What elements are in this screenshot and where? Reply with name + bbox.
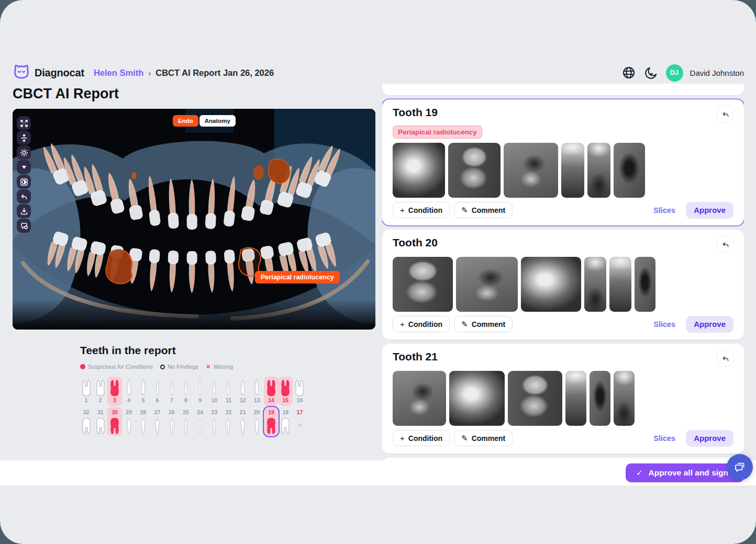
slice-thumbnail[interactable] xyxy=(393,257,453,312)
brightness-button[interactable] xyxy=(17,145,31,160)
tooth-chart-item-19[interactable]: 19 xyxy=(264,407,278,436)
contrast-button[interactable] xyxy=(17,175,31,189)
slice-thumbnail[interactable] xyxy=(584,257,606,312)
card-title: Tooth 20 xyxy=(393,236,438,250)
tooth-chart-item-28[interactable]: 28 xyxy=(136,407,150,436)
slice-thumbnail[interactable] xyxy=(456,257,518,312)
tooth-number: 1 xyxy=(85,397,88,404)
contrast-icon xyxy=(20,178,28,186)
slice-thumbnail[interactable] xyxy=(587,143,610,198)
tooth-card-tooth-21: Tooth 21+Condition✎CommentSlicesApprove xyxy=(382,344,744,454)
brightness-icon xyxy=(20,149,28,157)
slice-thumbnail[interactable] xyxy=(449,371,505,426)
tooth-number: 30 xyxy=(112,409,118,416)
tooth-icon xyxy=(182,416,190,434)
mode-button-endo[interactable]: Endo xyxy=(173,115,198,127)
tooth-search-button[interactable] xyxy=(17,219,31,233)
breadcrumb-patient-link[interactable]: Helen Smith xyxy=(94,68,143,78)
tooth-chart-item-30[interactable]: 30 xyxy=(107,407,121,436)
tooth-chart-item-27[interactable]: 27 xyxy=(150,407,164,436)
download-button[interactable] xyxy=(17,204,31,218)
tooth-chart-item-9[interactable]: 9 xyxy=(193,377,207,406)
tooth-chart-item-26[interactable]: 26 xyxy=(164,407,179,436)
tooth-chart-item-14[interactable]: 14 xyxy=(264,377,278,406)
card-undo-button[interactable] xyxy=(717,350,733,367)
tooth-chart-item-7[interactable]: 7 xyxy=(164,377,179,406)
tooth-icon xyxy=(153,416,162,434)
tooth-chart-item-3[interactable]: 3 xyxy=(107,377,121,406)
pencil-icon: ✎ xyxy=(461,434,468,443)
add-condition-button[interactable]: +Condition xyxy=(393,316,450,332)
slices-link[interactable]: Slices xyxy=(653,320,675,328)
slice-thumbnail[interactable] xyxy=(614,143,645,198)
slice-thumbnail[interactable] xyxy=(561,143,584,198)
add-condition-button[interactable]: +Condition xyxy=(393,430,450,446)
slice-thumbnail[interactable] xyxy=(448,143,501,198)
tooth-chart-item-1[interactable]: 1 xyxy=(79,377,93,406)
slice-thumbnail[interactable] xyxy=(590,371,610,426)
theme-toggle-button[interactable] xyxy=(643,65,659,81)
chat-fab-button[interactable] xyxy=(727,454,753,480)
tooth-number: 9 xyxy=(198,397,202,404)
tooth-chart-item-21[interactable]: 21 xyxy=(236,407,250,436)
tooth-chart-item-22[interactable]: 22 xyxy=(221,407,236,436)
undo-button[interactable] xyxy=(17,189,31,203)
add-condition-button[interactable]: +Condition xyxy=(393,202,450,218)
condition-tag[interactable]: Periapical radiolucency xyxy=(393,126,482,139)
slice-thumbnail[interactable] xyxy=(393,371,446,426)
tooth-chart-item-4[interactable]: 4 xyxy=(122,377,136,406)
tooth-chart-item-18[interactable]: 18 xyxy=(279,407,293,436)
tooth-number: 6 xyxy=(156,397,159,404)
page-title: CBCT AI Report xyxy=(13,86,119,102)
slice-thumbnail[interactable] xyxy=(635,257,655,312)
add-comment-button[interactable]: ✎Comment xyxy=(454,430,513,446)
add-comment-button[interactable]: ✎Comment xyxy=(454,202,513,218)
slice-thumbnail[interactable] xyxy=(521,257,581,312)
undo-icon xyxy=(20,192,28,201)
xray-viewer[interactable]: EndoAnatomy Periapical radiolucency xyxy=(13,109,375,330)
tooth-chart-item-6[interactable]: 6 xyxy=(150,377,164,406)
tooth-chart-item-25[interactable]: 25 xyxy=(179,407,193,436)
avatar[interactable]: DJ xyxy=(666,64,683,82)
tooth-chart-item-5[interactable]: 5 xyxy=(136,377,150,406)
card-undo-button[interactable] xyxy=(717,236,733,253)
slice-thumbnail[interactable] xyxy=(614,371,635,426)
tooth-chart-item-10[interactable]: 10 xyxy=(207,377,221,406)
tooth-chart-item-13[interactable]: 13 xyxy=(250,377,264,406)
slice-thumbnail[interactable] xyxy=(609,257,631,312)
approve-button[interactable]: Approve xyxy=(686,316,733,333)
tooth-chart-item-20[interactable]: 20 xyxy=(250,407,264,436)
tooth-chart-item-15[interactable]: 15 xyxy=(279,377,293,406)
tooth-card-tooth-20: Tooth 20+Condition✎CommentSlicesApprove xyxy=(382,230,744,339)
fit-vertical-button[interactable] xyxy=(17,131,31,145)
tooth-chart-item-16[interactable]: 16 xyxy=(293,377,307,406)
annotation-label[interactable]: Periapical radiolucency xyxy=(255,271,340,284)
tooth-chart-item-17[interactable]: 17✕ xyxy=(293,407,307,436)
tooth-icon xyxy=(265,379,277,396)
slice-thumbnail[interactable] xyxy=(393,143,445,198)
tooth-chart-item-31[interactable]: 31 xyxy=(93,407,107,436)
language-button[interactable] xyxy=(621,65,637,81)
tooth-chart-item-29[interactable]: 29 xyxy=(122,407,136,436)
previous-card-partial xyxy=(382,84,744,95)
tooth-findings-panel: Tooth 19Periapical radiolucency+Conditio… xyxy=(382,84,744,460)
slices-link[interactable]: Slices xyxy=(653,434,675,443)
slice-thumbnail[interactable] xyxy=(565,371,586,426)
tooth-chart-item-12[interactable]: 12 xyxy=(236,377,250,406)
tooth-chart-item-8[interactable]: 8 xyxy=(179,377,193,406)
slice-thumbnail[interactable] xyxy=(508,371,562,426)
approve-button[interactable]: Approve xyxy=(686,202,733,219)
tooth-chart-item-23[interactable]: 23 xyxy=(207,407,221,436)
tooth-chart-item-24[interactable]: 24 xyxy=(193,407,207,436)
slice-thumbnail[interactable] xyxy=(504,143,558,198)
tooth-chart-item-11[interactable]: 11 xyxy=(221,377,236,406)
tooth-chart-item-2[interactable]: 2 xyxy=(93,377,107,406)
card-undo-button[interactable] xyxy=(717,106,733,122)
add-comment-button[interactable]: ✎Comment xyxy=(454,316,513,332)
approve-button[interactable]: Approve xyxy=(686,430,733,447)
triangle-down-button[interactable] xyxy=(17,160,31,174)
slices-link[interactable]: Slices xyxy=(653,206,675,214)
tooth-chart-item-32[interactable]: 32 xyxy=(79,407,93,436)
fullscreen-button[interactable] xyxy=(17,116,31,130)
mode-button-anatomy[interactable]: Anatomy xyxy=(199,115,236,127)
